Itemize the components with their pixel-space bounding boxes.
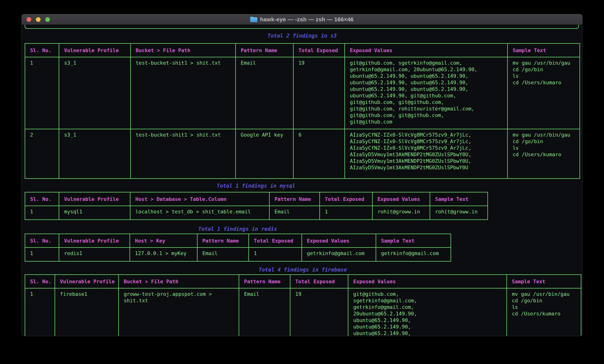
cell-host-key: 127.0.0.1 > myKey [130,248,197,261]
folder-icon [250,17,257,22]
cell-sl-no: 1 [25,288,55,336]
section-heading-firebase: Total 4 findings in firebase [25,266,581,273]
table-row: 2 s3_1 test-bucket-shit1 > shit.txt Goog… [25,129,580,179]
zoom-button[interactable] [45,17,50,22]
cell-sample-text: mv gau /usr/bin/gau cd /go/bin ls cd /Us… [508,57,580,129]
col-header-host-database-table: Host > Database > Table.Column [130,192,269,206]
col-header-pattern-name: Pattern Name [197,234,249,248]
minimize-button[interactable] [36,17,40,22]
cell-host-database-table: localhost > test_db > shit_table.email [130,206,269,220]
cell-total-exposed: 6 [293,129,345,179]
col-header-pattern-name: Pattern Name [239,275,290,288]
cell-vulnerable-profile: firebase1 [55,288,119,336]
col-header-total-exposed: Total Exposed [290,275,348,288]
cell-pattern-name: Email [269,206,320,220]
window-titlebar[interactable]: hawk-eye — -zsh — zsh — 166×46 [22,14,582,25]
col-header-sample-text: Sample Text [430,192,488,206]
col-header-vulnerable-profile: Vulnerable Profile [55,275,119,288]
cell-sl-no: 1 [25,248,59,261]
col-header-sl-no: Sl. No. [25,234,59,248]
cell-sl-no: 2 [25,129,59,179]
findings-table-firebase: Sl. No. Vulnerable Profile Bucket > File… [25,274,581,336]
cell-sl-no: 1 [25,57,59,129]
cell-sample-text: mv gau /usr/bin/gau cd /go/bin ls cd /Us… [508,129,580,179]
cell-vulnerable-profile: s3_1 [59,129,131,179]
previous-table-bottom-border [25,25,579,29]
col-header-exposed-values: Exposed Values [348,275,507,288]
col-header-vulnerable-profile: Vulnerable Profile [59,192,130,206]
col-header-vulnerable-profile: Vulnerable Profile [59,234,130,248]
col-header-sample-text: Sample Text [507,275,581,288]
col-header-sample-text: Sample Text [508,44,580,57]
cell-sl-no: 1 [25,206,59,220]
cell-exposed-values: git@github.com, sgetrkinfo@gmail.com, ge… [348,288,507,336]
col-header-pattern-name: Pattern Name [269,192,320,206]
col-header-exposed-values: Exposed Values [302,234,376,248]
findings-table-mysql: Sl. No. Vulnerable Profile Host > Databa… [25,192,488,220]
cell-total-exposed: 1 [320,206,372,220]
cell-pattern-name: Email [236,57,293,129]
cell-exposed-values: getrkinfo@gmail.com [302,248,376,261]
section-heading-mysql: Total 1 findings in mysql [25,183,487,189]
cell-exposed-values: AIzaSyCfNZ-IZx0-SlVcVg8MCr575zv9_Ar7jLc,… [345,129,508,179]
window-title-text: hawk-eye — -zsh — zsh — 166×46 [260,16,353,23]
cell-vulnerable-profile: s3_1 [59,57,131,129]
cell-pattern-name: Email [197,248,249,261]
col-header-total-exposed: Total Exposed [320,192,372,206]
cell-bucket-file-path: groww-test-proj.appspot.com > shit.txt [119,288,239,336]
col-header-sample-text: Sample Text [376,234,451,248]
cell-bucket-file-path: test-bucket-shit1 > shit.txt [131,57,236,129]
section-heading-s3: Total 2 findings in s3 [25,33,579,39]
col-header-total-exposed: Total Exposed [249,234,302,248]
col-header-pattern-name: Pattern Name [236,44,293,57]
cell-pattern-name: Email [239,288,290,336]
cell-pattern-name: Google API key [236,129,293,179]
findings-table-s3: Sl. No. Vulnerable Profile Bucket > File… [25,43,580,179]
traffic-lights [26,14,50,25]
cell-exposed-values: git@github.com, sgetrkinfo@gmail.com, ge… [345,57,508,129]
terminal-content[interactable]: Total 2 findings in s3 Sl. No. Vulnerabl… [22,25,582,336]
table-header-row: Sl. No. Vulnerable Profile Host > Databa… [25,192,488,206]
col-header-bucket-file-path: Bucket > File Path [131,44,236,57]
col-header-exposed-values: Exposed Values [345,44,508,57]
cell-total-exposed: 19 [290,288,348,336]
cell-total-exposed: 19 [293,57,345,129]
col-header-sl-no: Sl. No. [25,44,59,57]
cell-sample-text: mv gau /usr/bin/gau cd /go/bin ls cd /Us… [507,288,581,336]
col-header-bucket-file-path: Bucket > File Path [119,275,239,288]
table-header-row: Sl. No. Vulnerable Profile Bucket > File… [25,275,581,288]
col-header-total-exposed: Total Exposed [293,44,345,57]
table-row: 1 redis1 127.0.0.1 > myKey Email 1 getrk… [25,248,451,261]
table-row: 1 mysql1 localhost > test_db > shit_tabl… [25,206,488,220]
desktop: { "window": { "title": "hawk-eye — -zsh … [0,0,604,364]
terminal-window: hawk-eye — -zsh — zsh — 166×46 Total 2 f… [22,14,582,336]
table-row: 1 s3_1 test-bucket-shit1 > shit.txt Emai… [25,57,580,129]
col-header-vulnerable-profile: Vulnerable Profile [59,44,131,57]
cell-vulnerable-profile: mysql1 [59,206,130,220]
window-title: hawk-eye — -zsh — zsh — 166×46 [250,16,353,23]
table-row: 1 firebase1 groww-test-proj.appspot.com … [25,288,581,336]
close-button[interactable] [26,17,31,22]
col-header-exposed-values: Exposed Values [372,192,430,206]
col-header-sl-no: Sl. No. [25,275,55,288]
cell-vulnerable-profile: redis1 [59,248,130,261]
cell-bucket-file-path: test-bucket-shit1 > shit.txt [131,129,236,179]
cell-sample-text: rohit@groww.in [430,206,488,220]
section-heading-redis: Total 1 findings in redis [25,226,451,232]
col-header-sl-no: Sl. No. [25,192,59,206]
table-header-row: Sl. No. Vulnerable Profile Bucket > File… [25,44,580,57]
cell-exposed-values: rohit@groww.in [372,206,430,220]
col-header-host-key: Host > Key [130,234,197,248]
cell-total-exposed: 1 [249,248,302,261]
table-header-row: Sl. No. Vulnerable Profile Host > Key Pa… [25,234,451,248]
findings-table-redis: Sl. No. Vulnerable Profile Host > Key Pa… [25,234,451,262]
cell-sample-text: getrkinfo@gmail.com [376,248,451,261]
